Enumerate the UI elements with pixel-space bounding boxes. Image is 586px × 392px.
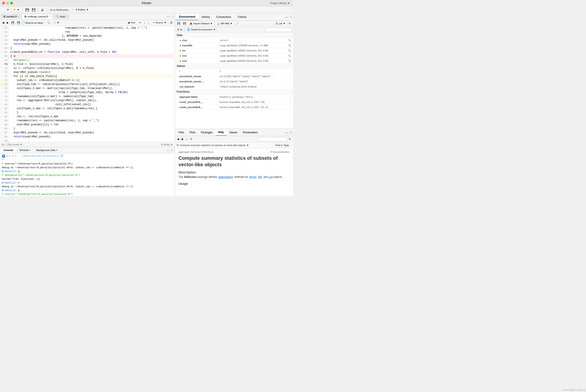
minimize-viewer-button[interactable]: —: [284, 131, 289, 134]
maximize-viewer-button[interactable]: □: [289, 131, 292, 134]
forward-button[interactable]: ▶: [6, 21, 9, 24]
go-to-file-button[interactable]: Go to file/function: [48, 8, 70, 12]
tab-files[interactable]: Files: [176, 130, 187, 135]
up-button[interactable]: ↑: [143, 21, 146, 24]
source-button[interactable]: ⇒ Source ▼: [151, 20, 168, 25]
code-line-89: exprsMat_pseudo <- do.call(rbind, exprsM…: [10, 131, 173, 135]
tab-tutorial[interactable]: Tutorial: [234, 14, 249, 20]
help-search-input[interactable]: [258, 137, 287, 141]
save-editor-button[interactable]: 💾: [10, 21, 15, 24]
tab-parallel-r[interactable]: parallel.R ×: [1, 14, 21, 18]
code-content[interactable]: rownames(res) <- paste(rownames(res), i,…: [9, 26, 175, 142]
env-row-aggregate-matrix[interactable]: aggregate.Matrix function (x, groupings …: [175, 94, 293, 100]
code-editor[interactable]: 61 62 63 64 65 66 67 68 69 70 71 72 73 7…: [0, 26, 175, 142]
env-row-create-pseudobulk1[interactable]: create_pseudoBulk_... function (exprsMat…: [175, 100, 293, 105]
clust-search-icon[interactable]: 🔍: [288, 38, 291, 42]
tab-scmerge[interactable]: scMerge_tutorial.R ×: [22, 14, 53, 19]
addins-button[interactable]: ⚙ Addins ▼: [74, 8, 90, 12]
env-name-create-pseudobulk1: create_pseudoBulk_...: [179, 100, 220, 104]
console-panel: Console Terminal × Background Jobs × — □…: [0, 147, 175, 196]
find-in-topic-button[interactable]: Find in Topic: [273, 143, 291, 147]
help-home-button[interactable]: ⌂: [185, 138, 189, 141]
tab-history[interactable]: History: [198, 14, 213, 20]
help-back-button[interactable]: ◀: [176, 137, 180, 141]
tab-packages[interactable]: Packages: [198, 130, 215, 135]
source-on-save-checkbox[interactable]: [22, 21, 25, 24]
env-row-res[interactable]: ● res Large dgeMatrix (68055 elements, 6…: [175, 48, 293, 53]
new-file-button[interactable]: 📄 ▼: [1, 8, 11, 12]
tab-terminal[interactable]: Terminal ×: [16, 148, 33, 152]
tab-connections[interactable]: Connections: [213, 14, 234, 20]
list-view-button[interactable]: ☰ List ▼: [274, 22, 287, 26]
print-button[interactable]: 🖨: [40, 8, 45, 12]
env-forward-button[interactable]: 💾: [182, 22, 187, 26]
save-button[interactable]: 💾: [24, 8, 30, 12]
help-refresh-button[interactable]: ↻: [189, 137, 193, 141]
minimize-editor-button[interactable]: —: [166, 15, 170, 18]
save-editor-button2[interactable]: 💾: [16, 21, 21, 24]
env-search-input[interactable]: [265, 28, 292, 32]
viewer-content[interactable]: aggregate-methods {S4Vectors} R Document…: [175, 148, 293, 196]
code-level[interactable]: (Top Level) ▼: [7, 143, 22, 146]
minimize-button[interactable]: [6, 2, 9, 4]
memory-button[interactable]: 📊 384 MiB ▼: [215, 22, 234, 26]
minimize-console-button[interactable]: —: [166, 148, 170, 152]
env-row-pseudobulk-sample2[interactable]: pseudobulk_sample_... chr [1:2] "batch2"…: [175, 79, 293, 84]
env-row-res2[interactable]: ● res2 Large dgeMatrix (68055 elements, …: [175, 58, 293, 64]
env-row-use-bpparam[interactable]: use_bpparam <Object containing active bi…: [175, 84, 293, 89]
save-all-button[interactable]: 💾: [31, 8, 36, 12]
env-back-button[interactable]: 💾: [176, 22, 181, 26]
wand-button[interactable]: ✨ ▼: [52, 21, 60, 24]
tab-console[interactable]: Console: [1, 148, 16, 152]
find-button[interactable]: 🔍: [46, 21, 51, 24]
tab-help[interactable]: Help: [215, 129, 227, 136]
help-forward-button[interactable]: ▶: [181, 137, 184, 141]
res1-search-icon[interactable]: 🔍: [288, 54, 291, 58]
code-line-72: k_fold <- min(ncol(exprsMat), k_fold): [10, 62, 173, 66]
env-row-clust[interactable]: ● clust List of 2 🔍: [175, 38, 293, 43]
tab-environment[interactable]: Environment: [176, 14, 198, 20]
r-dropdown[interactable]: R ▼: [176, 28, 183, 32]
aggregate-matrix-expand[interactable]: □: [290, 95, 291, 99]
tab-clust[interactable]: 🔍 clust ×: [53, 14, 69, 19]
tab-close-clust[interactable]: ×: [66, 16, 67, 18]
env-refresh-button[interactable]: ↻: [288, 22, 292, 26]
tab-close-parallel[interactable]: ×: [18, 16, 19, 18]
env-row-pseudobulk-sample[interactable]: pseudobulk_sample chr [1:200] "batch2" "…: [175, 74, 293, 79]
source-on-save-label[interactable]: Source on Save: [22, 21, 43, 24]
broom-button[interactable]: 🧹: [235, 22, 240, 26]
global-env-dropdown[interactable]: 🌐 Global Environment ▼: [186, 28, 217, 32]
maximize-console-button[interactable]: □: [171, 148, 174, 152]
create-pseudobulk2-expand[interactable]: □: [290, 105, 291, 109]
res-search-icon[interactable]: 🔍: [288, 48, 291, 52]
maximize-button[interactable]: [10, 2, 13, 4]
run-button[interactable]: ▶ Run: [126, 20, 137, 25]
tab-presentation[interactable]: Presentation: [240, 130, 260, 135]
open-file-button[interactable]: 📂 ▼: [12, 8, 21, 12]
file-type[interactable]: R Script ▼: [161, 143, 173, 146]
tab-close-scmerge[interactable]: ×: [49, 15, 50, 18]
tab-background-jobs[interactable]: Background Jobs ×: [33, 148, 60, 152]
env-row-i[interactable]: i 1: [175, 69, 293, 74]
console-content[interactable]: R R 4.3.1 · ~/Desktop/test/R_parallel/ 🔗…: [0, 153, 175, 196]
rerun-button[interactable]: ↩: [138, 21, 142, 24]
env-row-create-pseudobulk2[interactable]: create_pseudoBulk_... function (exprsMat…: [175, 105, 293, 110]
exprsmat-search-icon[interactable]: 🔍: [288, 44, 291, 48]
env-row-exprsmat[interactable]: ● exprsMat Large dgCMatrix (209400 eleme…: [175, 43, 293, 48]
import-dataset-button[interactable]: 📥 Import Dataset ▼: [188, 22, 214, 26]
tab-viewer[interactable]: Viewer: [227, 130, 240, 135]
minimize-env-button[interactable]: —: [284, 15, 289, 19]
maximize-editor-button[interactable]: □: [171, 15, 174, 18]
tab-plots[interactable]: Plots: [187, 130, 198, 135]
back-button[interactable]: ◀: [1, 21, 5, 24]
options-button[interactable]: ☰: [169, 21, 173, 24]
r-file-icon: [3, 16, 5, 18]
right-pane: Environment History Connections Tutorial…: [175, 14, 293, 196]
help-refresh2-button[interactable]: ↻: [288, 137, 292, 141]
close-button[interactable]: [2, 2, 5, 4]
res2-search-icon[interactable]: 🔍: [288, 59, 291, 63]
down-button[interactable]: ↓: [147, 21, 150, 24]
env-row-res1[interactable]: ● res1 Large dgeMatrix (68055 elements, …: [175, 53, 293, 58]
create-pseudobulk1-expand[interactable]: □: [290, 100, 291, 104]
maximize-env-button[interactable]: □: [289, 15, 292, 19]
